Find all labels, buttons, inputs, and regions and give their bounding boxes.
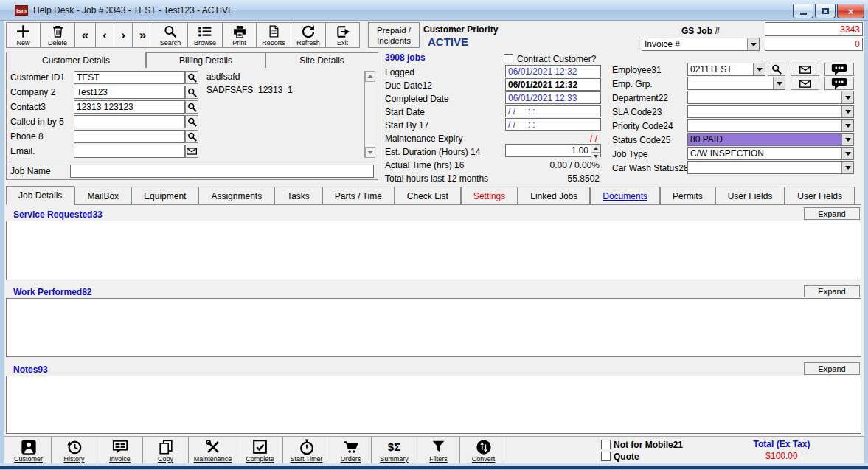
customer-id-input[interactable]: TEST xyxy=(74,71,185,84)
email-send-button[interactable] xyxy=(185,145,198,158)
tab-permits[interactable]: Permits xyxy=(660,187,715,204)
print-button[interactable]: Print xyxy=(223,22,257,48)
contract-customer-checkbox[interactable] xyxy=(504,54,513,63)
quote-checkbox[interactable] xyxy=(601,452,611,461)
invoice-number-field[interactable]: 0 xyxy=(765,38,863,51)
tab-linked-jobs[interactable]: Linked Jobs xyxy=(518,187,590,204)
copy-button[interactable]: Copy xyxy=(143,437,189,463)
emp-group-select[interactable] xyxy=(687,77,785,90)
scroll-down-icon[interactable] xyxy=(365,147,375,158)
tab-assignments[interactable]: Assignments xyxy=(198,187,274,204)
chevron-down-icon[interactable] xyxy=(841,106,853,117)
tab-parts-time[interactable]: Parts / Time xyxy=(322,187,395,204)
start-timer-button[interactable]: Start Timer xyxy=(283,437,330,463)
employee-select[interactable]: 0211TEST xyxy=(687,63,765,76)
tab-customer-details[interactable]: Customer Details xyxy=(6,52,146,68)
completed-date-field[interactable]: 06/01/2021 12:33 xyxy=(505,91,601,104)
prepaid-incidents-button[interactable]: Prepaid / Incidents xyxy=(368,22,420,48)
previous-record-button[interactable]: ‹ xyxy=(96,22,114,48)
tab-site-details[interactable]: Site Details xyxy=(265,52,378,68)
maintenance-button[interactable]: Maintenance xyxy=(189,437,237,463)
tab-job-details[interactable]: Job Details xyxy=(6,186,74,205)
job-type-select[interactable]: C/W INSPECTION xyxy=(687,147,854,160)
tab-documents[interactable]: Documents xyxy=(590,187,660,204)
exit-button[interactable]: Exit xyxy=(326,22,360,48)
called-in-by-search-button[interactable] xyxy=(185,115,198,128)
convert-button[interactable]: Convert xyxy=(460,437,507,463)
contact-input[interactable]: 12313 123123 xyxy=(74,100,185,114)
tab-user-fields-1[interactable]: User Fields xyxy=(715,187,785,204)
customer-id-search-button[interactable] xyxy=(185,71,198,84)
chevron-down-icon[interactable] xyxy=(841,134,853,145)
notes-textarea[interactable] xyxy=(6,376,861,434)
customer-button[interactable]: Customer xyxy=(6,437,52,463)
called-in-by-input[interactable] xyxy=(74,115,185,128)
delete-button[interactable]: Delete xyxy=(41,22,75,48)
chevron-down-icon[interactable] xyxy=(753,63,765,75)
spin-up-icon[interactable] xyxy=(591,145,600,153)
tab-user-fields-2[interactable]: User Fields xyxy=(785,187,855,204)
start-date-field[interactable]: / / : : xyxy=(505,105,601,117)
tab-equipment[interactable]: Equipment xyxy=(131,187,198,204)
logged-date-field[interactable]: 06/01/2021 12:32 xyxy=(505,65,601,77)
chevron-down-icon[interactable] xyxy=(841,162,853,173)
phone-input[interactable] xyxy=(74,130,185,143)
service-requested-expand-button[interactable]: Expand xyxy=(804,207,860,220)
gs-job-number-field[interactable]: 3343 xyxy=(765,22,863,36)
scroll-up-icon[interactable] xyxy=(365,71,375,82)
not-for-mobile-checkbox[interactable] xyxy=(601,440,611,449)
tab-billing-details[interactable]: Billing Details xyxy=(146,52,265,68)
due-date-field[interactable]: 06/01/2021 12:32 xyxy=(505,78,601,91)
invoice-selector[interactable]: Invoice # xyxy=(642,38,760,51)
chevron-down-icon[interactable] xyxy=(841,91,853,103)
close-button[interactable]: × xyxy=(837,4,864,18)
invoice-button[interactable]: Invoice xyxy=(97,437,143,463)
spin-down-icon[interactable] xyxy=(591,153,600,160)
chevron-down-icon[interactable] xyxy=(841,148,853,159)
employee-email-button[interactable] xyxy=(791,63,819,76)
next-record-button[interactable]: › xyxy=(114,22,133,48)
department-select[interactable] xyxy=(687,91,854,104)
browse-button[interactable]: Browse xyxy=(188,22,223,48)
employee-message-button[interactable] xyxy=(824,63,854,76)
job-name-input[interactable] xyxy=(70,165,374,178)
sla-code-select[interactable] xyxy=(687,105,854,118)
summary-button[interactable]: $Σ Summary xyxy=(372,437,417,463)
spinner-buttons[interactable] xyxy=(591,145,600,156)
chevron-down-icon[interactable] xyxy=(747,38,759,50)
chevron-down-icon[interactable] xyxy=(841,120,853,131)
work-performed-textarea[interactable] xyxy=(6,298,861,357)
emp-group-email-button[interactable] xyxy=(791,77,819,90)
new-button[interactable]: New xyxy=(6,22,41,48)
last-record-button[interactable]: » xyxy=(133,22,153,48)
minimize-button[interactable] xyxy=(793,4,813,18)
complete-button[interactable]: Complete xyxy=(237,437,283,463)
tab-check-list[interactable]: Check List xyxy=(395,187,461,204)
tab-settings[interactable]: Settings xyxy=(461,187,518,204)
tab-tasks[interactable]: Tasks xyxy=(274,187,322,204)
work-performed-expand-button[interactable]: Expand xyxy=(804,285,860,297)
emp-group-message-button[interactable] xyxy=(824,77,854,90)
maximize-button[interactable] xyxy=(815,4,836,18)
notes-expand-button[interactable]: Expand xyxy=(804,362,860,375)
filters-button[interactable]: Filters xyxy=(417,437,460,463)
email-input[interactable] xyxy=(74,145,185,158)
refresh-button[interactable]: Refresh xyxy=(291,22,326,48)
tab-mailbox[interactable]: MailBox xyxy=(74,187,131,204)
chevron-down-icon[interactable] xyxy=(773,77,785,89)
company-search-button[interactable] xyxy=(185,86,198,99)
address-scrollbar[interactable] xyxy=(364,71,375,158)
orders-button[interactable]: Orders xyxy=(330,437,372,463)
service-requested-textarea[interactable] xyxy=(6,221,861,280)
titlebar[interactable]: tsm Help Desk - Job # 3343 - TEST - Test… xyxy=(0,0,868,21)
phone-search-button[interactable] xyxy=(185,130,198,143)
employee-search-button[interactable] xyxy=(768,63,785,76)
priority-code-select[interactable] xyxy=(687,119,854,132)
search-button[interactable]: Search xyxy=(153,22,188,48)
status-code-select[interactable]: 80 PAID xyxy=(687,133,854,146)
company-input[interactable]: Test123 xyxy=(74,86,185,99)
car-wash-status-select[interactable] xyxy=(687,161,854,174)
reports-button[interactable]: Reports xyxy=(257,22,291,48)
contact-search-button[interactable] xyxy=(185,100,198,114)
est-duration-spinner[interactable]: 1.00 xyxy=(505,144,601,157)
